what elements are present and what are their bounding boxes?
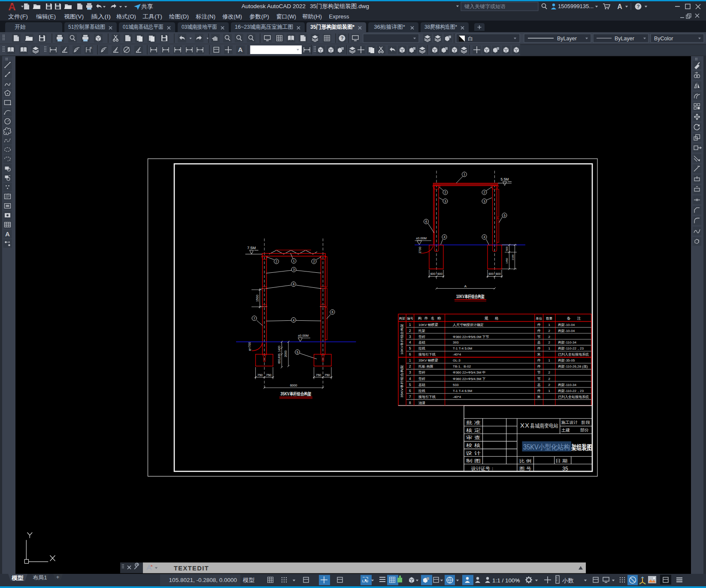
svg-text:图 号: 图 号 bbox=[519, 466, 531, 471]
svg-text:8: 8 bbox=[293, 282, 294, 286]
svg-text:托架: 托架 bbox=[418, 329, 425, 333]
svg-text:2: 2 bbox=[483, 190, 485, 194]
svg-text:视图(V): 视图(V) bbox=[64, 13, 84, 20]
svg-text:7: 7 bbox=[409, 395, 411, 399]
svg-text:1450: 1450 bbox=[506, 258, 508, 264]
svg-text:1505999135...: 1505999135... bbox=[558, 3, 594, 9]
svg-text:7.5M: 7.5M bbox=[247, 246, 256, 250]
svg-text:600: 600 bbox=[496, 272, 501, 275]
svg-text:1500: 1500 bbox=[255, 295, 259, 302]
svg-text:1: 1 bbox=[548, 323, 550, 327]
svg-text:2000: 2000 bbox=[284, 350, 287, 357]
svg-text:Φ360 22×Φ5/4.5M 中: Φ360 22×Φ5/4.5M 中 bbox=[453, 371, 486, 374]
svg-text:1: 1 bbox=[548, 389, 550, 393]
svg-text:10KV单杆组合构架: 10KV单杆组合构架 bbox=[456, 294, 485, 299]
svg-text:参数(P): 参数(P) bbox=[249, 13, 269, 20]
svg-text:35KV 钢横梁: 35KV 钢横梁 bbox=[418, 358, 438, 362]
svg-text:T-1 T-4 6.5M: T-1 T-4 6.5M bbox=[453, 389, 473, 393]
svg-text:35KV单杆组合构架: 35KV单杆组合构架 bbox=[281, 391, 312, 396]
svg-text:2: 2 bbox=[548, 329, 550, 333]
svg-text:小数: 小数 bbox=[562, 577, 574, 584]
svg-text:51控制屏基础图: 51控制屏基础图 bbox=[68, 24, 105, 30]
svg-text:2: 2 bbox=[548, 341, 550, 344]
svg-text:构架-10-04: 构架-10-04 bbox=[558, 329, 575, 333]
svg-text:±0.00M: ±0.00M bbox=[298, 334, 309, 338]
svg-text:拉线: 拉线 bbox=[418, 347, 425, 350]
svg-text:构架-110-22，23: 构架-110-22，23 bbox=[558, 347, 584, 350]
svg-text:6: 6 bbox=[425, 220, 427, 223]
svg-text:模型: 模型 bbox=[242, 577, 255, 583]
svg-text:750: 750 bbox=[257, 373, 263, 377]
svg-text:编辑(E): 编辑(E) bbox=[36, 13, 56, 20]
svg-text:窗口(W): 窗口(W) bbox=[276, 13, 296, 20]
svg-text:A: A bbox=[5, 230, 10, 238]
svg-text:4: 4 bbox=[293, 318, 294, 322]
svg-text:4: 4 bbox=[443, 235, 445, 239]
svg-text:布局1: 布局1 bbox=[33, 575, 47, 581]
svg-text:工具(T): 工具(T) bbox=[142, 13, 162, 20]
svg-text:38爬梯构造图*: 38爬梯构造图* bbox=[424, 24, 457, 30]
svg-text:5: 5 bbox=[409, 383, 411, 387]
svg-text:?: ? bbox=[341, 36, 344, 41]
svg-text:1:1 / 100%: 1:1 / 100% bbox=[492, 577, 520, 584]
svg-text:构架: 构架 bbox=[399, 317, 406, 320]
svg-text:393: 393 bbox=[453, 341, 459, 344]
svg-text:核 定: 核 定 bbox=[465, 428, 481, 433]
svg-text:阶段: 阶段 bbox=[582, 420, 591, 425]
svg-text:县城南变电站: 县城南变电站 bbox=[530, 423, 558, 429]
svg-text:-40*4: -40*4 bbox=[453, 353, 461, 356]
svg-text:注: 注 bbox=[577, 316, 581, 320]
svg-text:TB-1、B-02: TB-1、B-02 bbox=[453, 365, 471, 368]
svg-text:拉线: 拉线 bbox=[418, 389, 425, 393]
svg-text:件: 件 bbox=[537, 323, 541, 327]
svg-text:5: 5 bbox=[297, 350, 298, 354]
svg-text:基础: 基础 bbox=[418, 383, 425, 387]
svg-text:3: 3 bbox=[409, 335, 411, 339]
svg-text:部分: 部分 bbox=[580, 428, 589, 432]
svg-text:03城南接地平面: 03城南接地平面 bbox=[182, 24, 217, 30]
svg-text:油漆: 油漆 bbox=[418, 401, 425, 405]
svg-text:5: 5 bbox=[409, 347, 411, 350]
svg-text:3: 3 bbox=[483, 199, 485, 203]
svg-text:构架-110-26,28 (改): 构架-110-26,28 (改) bbox=[558, 365, 588, 368]
svg-text:6: 6 bbox=[331, 310, 333, 314]
svg-text:1: 1 bbox=[409, 359, 411, 362]
svg-text:Autodesk AutoCAD 2022: Autodesk AutoCAD 2022 bbox=[242, 3, 306, 9]
svg-text:3: 3 bbox=[293, 268, 294, 271]
svg-text:ByColor: ByColor bbox=[654, 36, 673, 42]
svg-text:10KV 钢横梁: 10KV 钢横梁 bbox=[418, 323, 438, 327]
svg-text:垫杆: 垫杆 bbox=[418, 377, 425, 381]
svg-text:构架-110-34: 构架-110-34 bbox=[558, 341, 577, 344]
svg-text:1: 1 bbox=[548, 347, 550, 350]
svg-text:修改(M): 修改(M) bbox=[222, 13, 242, 20]
svg-text:ByLayer: ByLayer bbox=[557, 36, 577, 42]
svg-text:2700: 2700 bbox=[418, 247, 421, 253]
svg-text:构架-10-04: 构架-10-04 bbox=[558, 323, 575, 327]
svg-text:构架-110-34: 构架-110-34 bbox=[558, 383, 577, 387]
svg-text:750: 750 bbox=[324, 373, 330, 377]
svg-text:2: 2 bbox=[313, 259, 315, 263]
svg-text:绘图(D): 绘图(D) bbox=[169, 13, 189, 20]
svg-text:基础: 基础 bbox=[418, 341, 425, 344]
svg-text:2: 2 bbox=[444, 190, 446, 194]
svg-text:36抱箍详图*: 36抱箍详图* bbox=[374, 24, 405, 30]
svg-text:格: 格 bbox=[495, 316, 499, 320]
svg-text:500: 500 bbox=[506, 246, 508, 251]
svg-text:比 例: 比 例 bbox=[519, 458, 531, 463]
svg-text:X: X bbox=[90, 46, 92, 49]
svg-text:键入关键字或短语: 键入关键字或短语 bbox=[464, 3, 506, 9]
svg-text:600: 600 bbox=[488, 272, 494, 275]
svg-text:开始: 开始 bbox=[15, 24, 26, 30]
svg-text:Φ360 22×Φ5/4.5M 下: Φ360 22×Φ5/4.5M 下 bbox=[453, 377, 486, 381]
svg-text:750: 750 bbox=[316, 373, 321, 377]
svg-text:3: 3 bbox=[444, 199, 446, 203]
svg-text:米: 米 bbox=[537, 353, 541, 356]
svg-text:10KV单杆组合构架: 10KV单杆组合构架 bbox=[400, 324, 404, 355]
svg-text:XX: XX bbox=[520, 422, 530, 429]
svg-text:A: A bbox=[617, 3, 622, 10]
svg-text:01城南基础总平面: 01城南基础总平面 bbox=[123, 24, 164, 30]
svg-text:人尺寸钢按设计确定: 人尺寸钢按设计确定 bbox=[452, 323, 484, 327]
svg-text:土建: 土建 bbox=[561, 428, 570, 432]
svg-text:设计证号：: 设计证号： bbox=[471, 466, 495, 471]
svg-text:制 图: 制 图 bbox=[466, 458, 481, 463]
